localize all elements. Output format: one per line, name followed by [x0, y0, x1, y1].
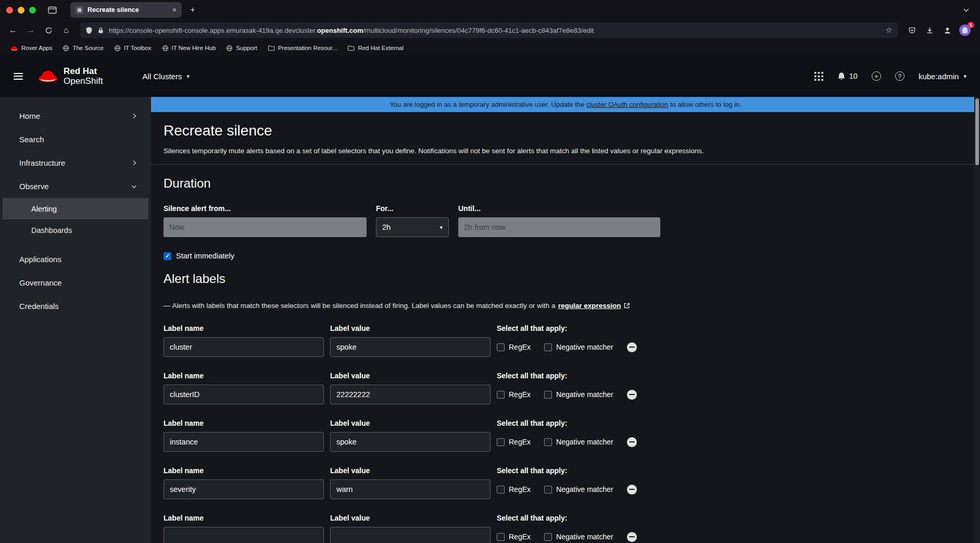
- user-menu[interactable]: kube:admin ▾: [919, 72, 966, 81]
- negative-matcher-checkbox[interactable]: [544, 391, 552, 399]
- pocket-icon[interactable]: [904, 22, 920, 38]
- remove-label-button[interactable]: [627, 437, 637, 447]
- bookmark-item[interactable]: The Source: [58, 43, 107, 53]
- nav-toggle-icon[interactable]: [14, 73, 23, 80]
- browser-tab[interactable]: Recreate silence ×: [70, 2, 182, 18]
- tab-close-icon[interactable]: ×: [172, 6, 177, 14]
- remove-label-button[interactable]: [627, 342, 637, 352]
- label-value-input[interactable]: [330, 432, 491, 452]
- window-zoom-button[interactable]: [29, 7, 36, 14]
- sidebar-item-observe[interactable]: Observe: [0, 175, 151, 198]
- regex-option[interactable]: RegEx: [497, 485, 531, 493]
- label-name-input[interactable]: [164, 479, 324, 499]
- account-icon[interactable]: [939, 22, 955, 38]
- regex-checkbox[interactable]: [497, 391, 505, 399]
- regex-option[interactable]: RegEx: [497, 343, 531, 351]
- silence-from-input[interactable]: [164, 217, 367, 237]
- page-description: Silences temporarily mute alerts based o…: [164, 147, 968, 155]
- regex-option[interactable]: RegEx: [497, 438, 531, 446]
- firefox-view-icon[interactable]: [44, 2, 60, 18]
- sidebar-item-infrastructure[interactable]: Infrastructure: [0, 151, 151, 175]
- downloads-icon[interactable]: [922, 22, 937, 38]
- negative-matcher-checkbox[interactable]: [544, 438, 552, 446]
- remove-label-button[interactable]: [627, 485, 637, 495]
- remove-label-button[interactable]: [627, 532, 637, 542]
- label-name-input[interactable]: [164, 385, 324, 404]
- silence-until-input[interactable]: [458, 217, 660, 237]
- label-value-input[interactable]: [330, 385, 491, 404]
- new-tab-button[interactable]: +: [185, 2, 200, 18]
- negative-matcher-option[interactable]: Negative matcher: [544, 390, 613, 399]
- oauth-config-link[interactable]: cluster OAuth configuration: [586, 101, 668, 108]
- label-name-input[interactable]: [164, 432, 324, 452]
- duration-fields: Silence alert from... For... 2h ▾ Until.…: [164, 204, 968, 237]
- sidebar-item-search[interactable]: Search: [0, 128, 151, 151]
- negative-matcher-option[interactable]: Negative matcher: [544, 485, 613, 493]
- url-bar[interactable]: https://console-openshift-console.apps.e…: [80, 22, 898, 38]
- window-minimize-button[interactable]: [18, 7, 24, 14]
- remove-label-button[interactable]: [627, 390, 637, 400]
- regex-checkbox[interactable]: [497, 486, 505, 493]
- tab-list-chevron-icon[interactable]: [958, 2, 974, 18]
- matcher-options: Select all that apply: RegEx Negative ma…: [497, 372, 968, 404]
- sidebar-item-applications[interactable]: Applications: [0, 248, 151, 271]
- label-name-input[interactable]: [164, 527, 324, 543]
- label-value-input[interactable]: [330, 337, 491, 357]
- bookmark-item[interactable]: Red Hat External: [343, 43, 408, 53]
- chevron-down-icon: ▾: [439, 224, 443, 231]
- start-immediately-option[interactable]: ✓ Start immediately: [164, 252, 968, 260]
- label-value-input[interactable]: [330, 479, 491, 499]
- sidebar-item-home[interactable]: Home: [0, 104, 151, 128]
- negative-matcher-checkbox[interactable]: [544, 343, 552, 351]
- label-name-field: Label name: [164, 324, 324, 357]
- negative-matcher-label: Negative matcher: [556, 485, 613, 493]
- label-name-input[interactable]: [164, 337, 324, 357]
- start-immediately-checkbox[interactable]: ✓: [164, 252, 171, 260]
- tab-favicon-icon: [76, 6, 83, 14]
- bookmark-item[interactable]: IT New Hire Hub: [158, 43, 220, 53]
- folder-icon: [268, 45, 275, 51]
- scrollbar-thumb[interactable]: [975, 98, 979, 165]
- forward-button[interactable]: →: [23, 22, 39, 38]
- lock-icon[interactable]: [97, 27, 104, 34]
- sidebar-item-dashboards[interactable]: Dashboards: [3, 219, 148, 241]
- sidebar-item-credentials[interactable]: Credentials: [0, 294, 151, 318]
- negative-matcher-option[interactable]: Negative matcher: [544, 533, 613, 541]
- bookmark-star-icon[interactable]: ☆: [886, 26, 893, 35]
- home-button[interactable]: ⌂: [58, 22, 74, 38]
- sidebar-item-alerting[interactable]: Alerting: [3, 198, 148, 219]
- silence-for-select[interactable]: 2h ▾: [376, 217, 449, 237]
- regex-checkbox[interactable]: [497, 533, 505, 541]
- notifications-button[interactable]: 10: [837, 72, 858, 81]
- regex-option[interactable]: RegEx: [497, 390, 531, 399]
- sidebar-item-governance[interactable]: Governance: [0, 271, 151, 294]
- bookmark-item[interactable]: Rover Apps: [6, 43, 56, 53]
- label-name-header: Label name: [164, 324, 324, 332]
- folder-icon: [347, 45, 355, 51]
- sidebar-gap: [0, 241, 151, 248]
- app-launcher-icon[interactable]: [814, 72, 823, 81]
- negative-matcher-option[interactable]: Negative matcher: [544, 343, 613, 351]
- bookmark-item[interactable]: Presentation Resour...: [263, 43, 342, 53]
- negative-matcher-checkbox[interactable]: [544, 486, 552, 493]
- bookmark-item[interactable]: Support: [222, 43, 261, 53]
- regex-checkbox[interactable]: [497, 438, 505, 446]
- regular-expression-link[interactable]: regular expression: [558, 302, 621, 310]
- bookmark-label: The Source: [72, 45, 103, 51]
- window-close-button[interactable]: [6, 7, 13, 14]
- back-button[interactable]: ←: [5, 22, 21, 38]
- bookmark-item[interactable]: IT Toolbox: [110, 43, 156, 53]
- import-yaml-button[interactable]: +: [872, 71, 881, 81]
- profile-avatar[interactable]: 1: [959, 24, 971, 36]
- reload-button[interactable]: [41, 22, 56, 38]
- help-button[interactable]: ?: [895, 71, 904, 81]
- negative-matcher-checkbox[interactable]: [544, 533, 552, 541]
- negative-matcher-option[interactable]: Negative matcher: [544, 438, 613, 446]
- regex-checkbox[interactable]: [497, 343, 505, 351]
- label-value-input[interactable]: [330, 527, 491, 543]
- content-scrollbar[interactable]: [974, 97, 980, 543]
- tracking-shield-icon[interactable]: [85, 27, 93, 34]
- cluster-selector[interactable]: All Clusters ▾: [143, 72, 190, 81]
- negative-matcher-label: Negative matcher: [556, 533, 613, 541]
- regex-option[interactable]: RegEx: [497, 533, 531, 541]
